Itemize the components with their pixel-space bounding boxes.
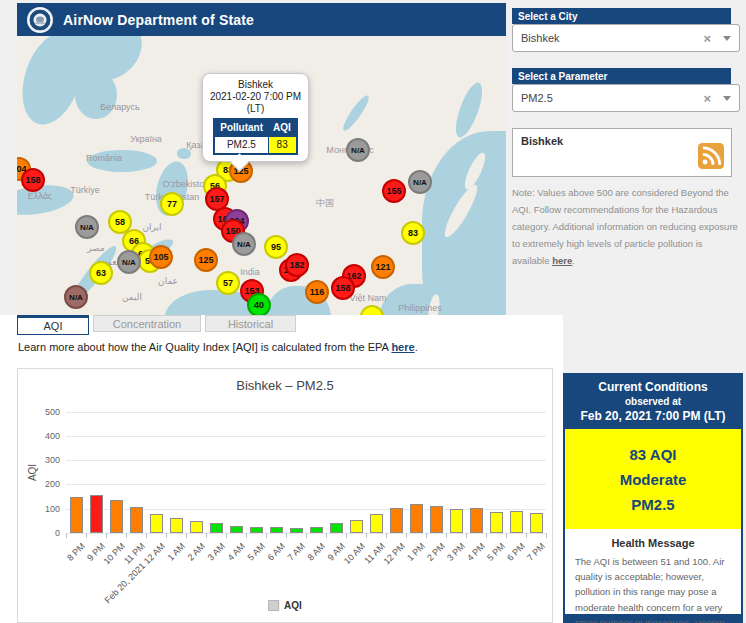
x-axis-label: 4 AM xyxy=(225,541,247,563)
x-axis-tick xyxy=(426,533,427,538)
aqi-bar xyxy=(490,512,503,533)
health-message-title: Health Message xyxy=(575,537,731,549)
chart-legend: AQI xyxy=(268,600,302,611)
x-axis-tick xyxy=(266,533,267,538)
city-select-value: Bishkek xyxy=(521,32,703,44)
clear-city-icon[interactable]: × xyxy=(703,31,711,46)
x-axis-tick xyxy=(146,533,147,538)
x-axis-label: 12 PM xyxy=(382,541,407,566)
y-axis-tick: 200 xyxy=(32,479,60,489)
map-place-label: اليمن xyxy=(122,292,142,302)
aqi-bar xyxy=(170,518,183,533)
map-marker[interactable]: 40 xyxy=(247,293,271,315)
rss-icon[interactable] xyxy=(698,143,724,169)
chevron-down-icon[interactable] xyxy=(723,36,731,41)
map-marker[interactable]: N/A xyxy=(346,138,370,162)
parameter-select[interactable]: PM2.5 × xyxy=(512,84,740,112)
gridline xyxy=(66,412,546,413)
tab-aqi[interactable]: AQI xyxy=(17,315,89,335)
x-axis-tick xyxy=(66,533,67,538)
x-axis-label: 6 AM xyxy=(265,541,287,563)
water-aral xyxy=(177,148,191,159)
map-marker[interactable]: 57 xyxy=(216,271,240,295)
map-marker[interactable]: N/A xyxy=(117,250,141,274)
chevron-down-icon[interactable] xyxy=(723,96,731,101)
page: AirNow Department of State БеларусьУкраї… xyxy=(0,0,746,623)
conditions-observed-at: observed at xyxy=(567,396,739,407)
x-axis-tick xyxy=(486,533,487,538)
x-axis-label: 5 PM xyxy=(485,541,507,563)
aqi-bar xyxy=(310,527,323,533)
aqi-map[interactable]: БеларусьУкраїнаRomâniaΕλλάςTürkiyeҚазақс… xyxy=(17,36,506,315)
popup-timezone: (LT) xyxy=(203,103,308,115)
map-place-label: مصر xyxy=(87,243,105,253)
note-link[interactable]: here xyxy=(552,255,572,266)
water-baltic-3 xyxy=(75,71,117,119)
y-axis-tick: 400 xyxy=(32,431,60,441)
map-marker[interactable]: 83 xyxy=(401,221,425,245)
map-place-label: Türkiye xyxy=(70,185,100,195)
map-marker[interactable]: 158 xyxy=(21,168,45,192)
gridline xyxy=(66,484,546,485)
island-taiwan xyxy=(407,263,420,282)
x-axis-label: 3 PM xyxy=(445,541,467,563)
map-marker[interactable]: 63 xyxy=(89,261,113,285)
conditions-aqi-category: Moderate xyxy=(565,467,741,492)
x-axis-label: 1 AM xyxy=(165,541,187,563)
learn-more-text: Learn more about how the Air Quality Ind… xyxy=(18,341,418,353)
x-axis-tick xyxy=(226,533,227,538)
x-axis-tick xyxy=(406,533,407,538)
x-axis-label: 2 AM xyxy=(185,541,207,563)
map-marker[interactable]: N/A xyxy=(75,215,99,239)
x-axis-tick xyxy=(446,533,447,538)
select-parameter-label: Select a Parameter xyxy=(518,71,608,82)
map-place-label: عمان xyxy=(158,276,178,286)
y-axis-tick: 0 xyxy=(32,528,60,538)
clear-parameter-icon[interactable]: × xyxy=(703,91,711,106)
select-city-header: Select a City xyxy=(512,8,731,24)
note-after: . xyxy=(572,255,575,266)
map-marker[interactable]: 77 xyxy=(160,192,184,216)
select-city-label: Select a City xyxy=(518,11,577,22)
map-marker[interactable]: 155 xyxy=(382,179,406,203)
x-axis-label: 10 PM xyxy=(102,541,127,566)
department-of-state-seal-icon xyxy=(27,7,53,33)
aqi-bar xyxy=(230,526,243,533)
learn-more-before: Learn more about how the Air Quality Ind… xyxy=(18,341,391,353)
legend-swatch xyxy=(268,600,279,611)
learn-more-after: . xyxy=(415,341,418,353)
x-axis-tick xyxy=(366,533,367,538)
map-marker[interactable]: 105 xyxy=(149,245,173,269)
x-axis-label: 1 PM xyxy=(405,541,427,563)
x-axis-tick xyxy=(546,533,547,538)
x-axis-label: 7 AM xyxy=(285,541,307,563)
popup-datetime: 2021-02-20 7:00 PM xyxy=(203,91,308,103)
map-marker[interactable]: 95 xyxy=(264,235,288,259)
x-axis-label: 5 AM xyxy=(245,541,267,563)
map-marker[interactable]: 121 xyxy=(371,255,395,279)
x-axis-tick xyxy=(506,533,507,538)
map-marker[interactable]: N/A xyxy=(64,285,88,309)
map-marker[interactable]: N/A xyxy=(232,232,256,256)
map-marker[interactable]: 182 xyxy=(285,253,309,277)
y-axis-tick: 300 xyxy=(32,455,60,465)
aqi-bar xyxy=(290,528,303,533)
x-axis-tick xyxy=(386,533,387,538)
conditions-title: Current Conditions xyxy=(567,380,739,394)
map-marker[interactable]: 116 xyxy=(305,280,329,304)
map-marker[interactable]: N/A xyxy=(408,170,432,194)
map-marker[interactable]: 125 xyxy=(194,248,218,272)
map-place-label: ایران xyxy=(142,222,161,232)
aqi-bar xyxy=(130,507,143,533)
aqi-bar xyxy=(250,527,263,533)
y-axis-tick: 500 xyxy=(32,407,60,417)
app-title: AirNow Department of State xyxy=(63,12,254,28)
chart-title: Bishkek – PM2.5 xyxy=(18,378,552,393)
map-marker[interactable]: 158 xyxy=(331,276,355,300)
tab-concentration[interactable]: Concentration xyxy=(93,315,201,332)
learn-more-link[interactable]: here xyxy=(391,341,414,353)
current-conditions-header: Current Conditions observed at Feb 20, 2… xyxy=(565,375,741,429)
tab-historical[interactable]: Historical xyxy=(205,315,296,332)
aqi-bar xyxy=(110,500,123,533)
city-select[interactable]: Bishkek × xyxy=(512,24,740,52)
